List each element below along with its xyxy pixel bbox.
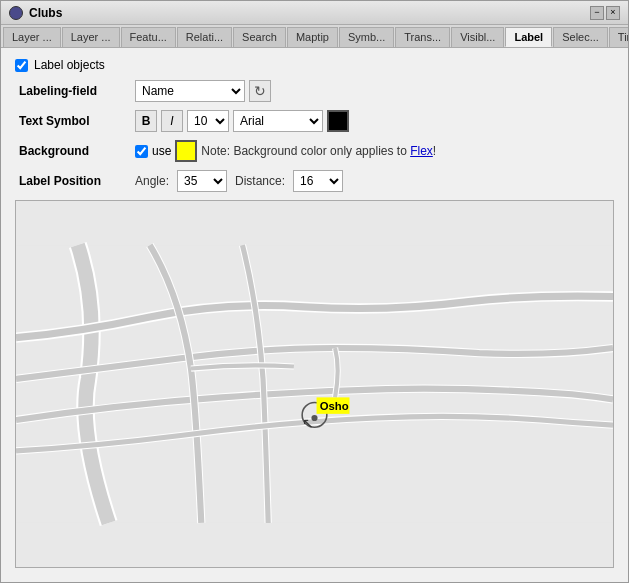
background-use-text: use xyxy=(152,144,171,158)
tabs-bar: Layer ... Layer ... Featu... Relati... S… xyxy=(1,25,628,48)
minimize-button[interactable]: − xyxy=(590,6,604,20)
title-bar-controls: − × xyxy=(590,6,620,20)
tab-label[interactable]: Label xyxy=(505,27,552,47)
tab-layer2[interactable]: Layer ... xyxy=(62,27,120,47)
bold-button[interactable]: B xyxy=(135,110,157,132)
text-symbol-label: Text Symbol xyxy=(19,114,129,128)
label-position-controls: Angle: 0 15 30 35 45 90 Distance: 0 5 8 … xyxy=(135,170,343,192)
window-title: Clubs xyxy=(29,6,62,20)
map-svg: Osho ↖ xyxy=(16,201,613,567)
italic-button[interactable]: I xyxy=(161,110,183,132)
clubs-icon xyxy=(9,6,23,20)
content-area: Label objects Labeling-field Name ID Typ… xyxy=(1,48,628,582)
label-objects-checkbox[interactable] xyxy=(15,59,28,72)
svg-text:Osho: Osho xyxy=(320,400,349,412)
main-window: Clubs − × Layer ... Layer ... Featu... R… xyxy=(0,0,629,583)
background-use-area: use xyxy=(135,144,171,158)
label-objects-text: Label objects xyxy=(34,58,105,72)
label-position-label: Label Position xyxy=(19,174,129,188)
tab-select[interactable]: Selec... xyxy=(553,27,608,47)
background-note: Note: Background color only applies to F… xyxy=(201,144,436,158)
tab-relation[interactable]: Relati... xyxy=(177,27,232,47)
svg-text:↖: ↖ xyxy=(302,415,314,431)
font-family-select[interactable]: Arial Times New Roman Verdana xyxy=(233,110,323,132)
tab-search[interactable]: Search xyxy=(233,27,286,47)
background-use-checkbox[interactable] xyxy=(135,145,148,158)
background-color-swatch[interactable] xyxy=(175,140,197,162)
background-row: Background use Note: Background color on… xyxy=(19,140,614,162)
tab-layer1[interactable]: Layer ... xyxy=(3,27,61,47)
labeling-field-row: Labeling-field Name ID Type ↻ xyxy=(19,80,614,102)
angle-label: Angle: xyxy=(135,174,169,188)
refresh-button[interactable]: ↻ xyxy=(249,80,271,102)
labeling-field-label: Labeling-field xyxy=(19,84,129,98)
background-controls: use Note: Background color only applies … xyxy=(135,140,436,162)
flex-link[interactable]: Flex xyxy=(410,144,433,158)
background-label: Background xyxy=(19,144,129,158)
labeling-field-select[interactable]: Name ID Type xyxy=(135,80,245,102)
text-symbol-row: Text Symbol B I 8 9 10 11 12 14 16 Arial… xyxy=(19,110,614,132)
tab-visible[interactable]: Visibl... xyxy=(451,27,504,47)
close-button[interactable]: × xyxy=(606,6,620,20)
distance-select[interactable]: 0 5 8 10 16 20 xyxy=(293,170,343,192)
tab-symbol[interactable]: Symb... xyxy=(339,27,394,47)
title-bar-left: Clubs xyxy=(9,6,62,20)
tab-feature[interactable]: Featu... xyxy=(121,27,176,47)
labeling-field-controls: Name ID Type ↻ xyxy=(135,80,271,102)
font-size-select[interactable]: 8 9 10 11 12 14 16 xyxy=(187,110,229,132)
tab-maptip[interactable]: Maptip xyxy=(287,27,338,47)
angle-select[interactable]: 0 15 30 35 45 90 xyxy=(177,170,227,192)
map-area[interactable]: Osho ↖ xyxy=(15,200,614,568)
distance-label: Distance: xyxy=(235,174,285,188)
title-bar: Clubs − × xyxy=(1,1,628,25)
text-color-swatch[interactable] xyxy=(327,110,349,132)
label-position-row: Label Position Angle: 0 15 30 35 45 90 D… xyxy=(19,170,614,192)
text-symbol-controls: B I 8 9 10 11 12 14 16 Arial Times New R… xyxy=(135,110,349,132)
label-objects-row: Label objects xyxy=(15,58,614,72)
tab-trans[interactable]: Trans... xyxy=(395,27,450,47)
tab-time[interactable]: Time... xyxy=(609,27,628,47)
